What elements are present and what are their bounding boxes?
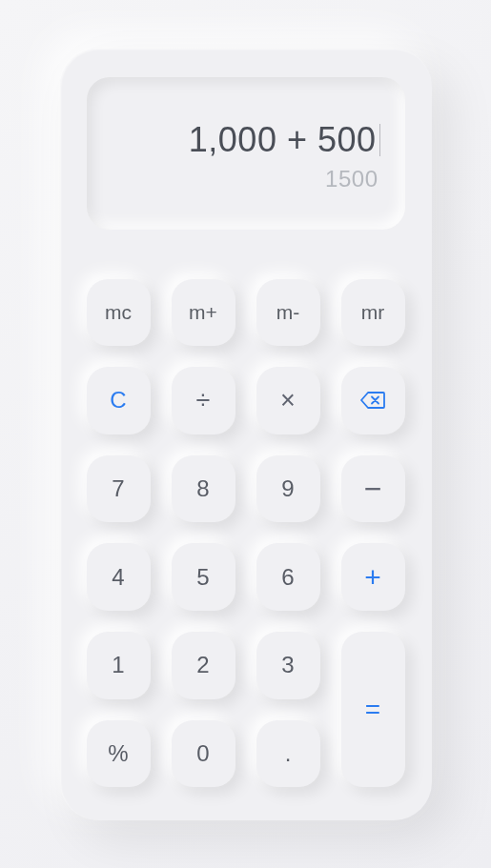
backspace-icon (360, 391, 385, 410)
digit-5-button[interactable]: 5 (172, 543, 235, 611)
backspace-button[interactable] (341, 367, 405, 434)
digit-3-button[interactable]: 3 (256, 632, 320, 699)
memory-minus-button[interactable]: m- (256, 279, 320, 347)
plus-button[interactable]: + (341, 543, 405, 611)
digit-4-button[interactable]: 4 (87, 543, 151, 611)
digit-7-button[interactable]: 7 (87, 455, 151, 523)
minus-button[interactable]: − (341, 455, 405, 523)
digit-1-button[interactable]: 1 (87, 632, 151, 699)
memory-plus-button[interactable]: m+ (172, 279, 235, 347)
calculator-body: 1,000 + 500 1500 mc m+ m- mr C ÷ × 7 8 9… (60, 49, 432, 820)
clear-button[interactable]: C (87, 367, 151, 434)
digit-8-button[interactable]: 8 (172, 455, 235, 523)
memory-clear-button[interactable]: mc (87, 279, 151, 347)
memory-recall-button[interactable]: mr (341, 279, 405, 347)
digit-0-button[interactable]: 0 (172, 720, 235, 788)
digit-2-button[interactable]: 2 (172, 632, 235, 699)
display-panel: 1,000 + 500 1500 (87, 77, 405, 230)
digit-9-button[interactable]: 9 (256, 455, 320, 523)
multiply-button[interactable]: × (256, 367, 320, 434)
decimal-button[interactable]: . (256, 720, 320, 788)
result-text: 1500 (325, 166, 378, 192)
equals-button[interactable]: = (341, 632, 405, 787)
keypad: mc m+ m- mr C ÷ × 7 8 9 − 4 5 6 + 1 2 3 … (87, 279, 405, 788)
digit-6-button[interactable]: 6 (256, 543, 320, 611)
divide-button[interactable]: ÷ (172, 367, 235, 434)
percent-button[interactable]: % (87, 720, 151, 788)
expression-text: 1,000 + 500 (189, 120, 378, 160)
